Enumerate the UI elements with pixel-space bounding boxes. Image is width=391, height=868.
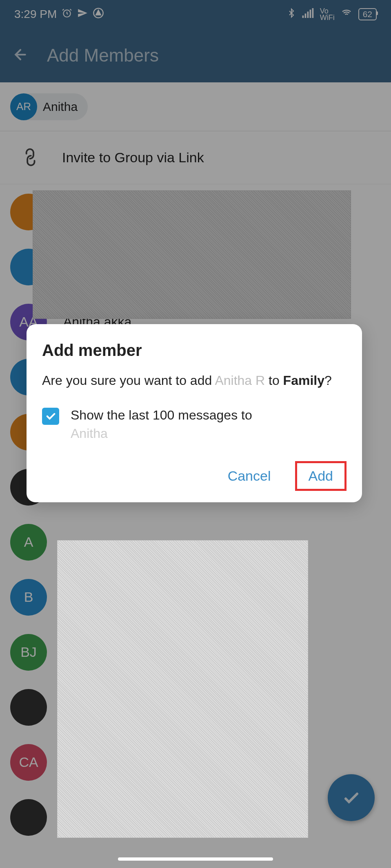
show-history-checkbox[interactable]	[42, 408, 59, 425]
dialog-text: to	[265, 373, 283, 388]
checkbox-label: Show the last 100 messages to Anitha	[71, 406, 252, 443]
dialog-text: ?	[324, 373, 332, 388]
cancel-button[interactable]: Cancel	[218, 462, 281, 490]
show-history-row[interactable]: Show the last 100 messages to Anitha	[42, 406, 347, 443]
home-indicator[interactable]	[118, 857, 273, 861]
dialog-group-name: Family	[283, 373, 324, 388]
dialog-actions: Cancel Add	[42, 461, 347, 491]
checkbox-member-name: Anitha	[71, 426, 108, 441]
dialog-text: Are you sure you want to add	[42, 373, 215, 388]
dialog-title: Add member	[42, 341, 347, 360]
add-button[interactable]: Add	[295, 461, 347, 491]
add-member-dialog: Add member Are you sure you want to add …	[27, 324, 362, 502]
dialog-member-name: Anitha R	[215, 373, 265, 388]
redacted-region	[57, 540, 308, 838]
dialog-body: Are you sure you want to add Anitha R to…	[42, 371, 347, 390]
checkbox-text: Show the last 100 messages to	[71, 408, 252, 422]
